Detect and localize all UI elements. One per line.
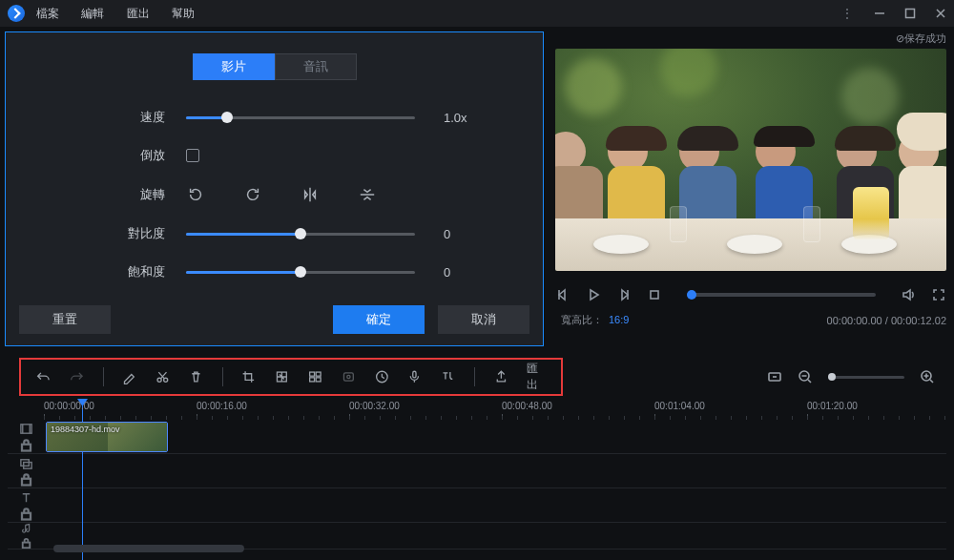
- overlay-track: [8, 454, 946, 488]
- reverse-checkbox[interactable]: [186, 149, 199, 162]
- speed-label: 速度: [115, 109, 165, 126]
- svg-point-2: [157, 378, 161, 382]
- timeline-scrollbar[interactable]: [53, 545, 244, 552]
- svg-rect-1: [651, 291, 658, 299]
- svg-rect-6: [316, 372, 321, 376]
- export-label[interactable]: 匯出: [527, 361, 546, 393]
- main-menu: 檔案 編輯 匯出 幫助: [36, 6, 214, 22]
- titlebar: 檔案 編輯 匯出 幫助 ⋮: [0, 0, 954, 27]
- lock-icon[interactable]: [19, 438, 33, 452]
- ok-button[interactable]: 確定: [333, 305, 425, 334]
- edit-toolbar: 匯出: [19, 358, 563, 396]
- svg-rect-8: [316, 378, 321, 382]
- more-icon[interactable]: ⋮: [841, 7, 855, 20]
- video-track-icon: [19, 422, 33, 436]
- next-frame-icon[interactable]: [616, 287, 632, 302]
- video-clip[interactable]: 19884307-hd.mov: [46, 422, 168, 452]
- contrast-value: 0: [444, 227, 450, 241]
- cut-icon[interactable]: [156, 368, 170, 385]
- speed-slider[interactable]: [186, 110, 415, 125]
- svg-rect-7: [310, 378, 315, 382]
- lock-icon[interactable]: [19, 507, 33, 521]
- tab-audio[interactable]: 音訊: [275, 53, 357, 80]
- video-track: 19884307-hd.mov: [8, 420, 946, 454]
- svg-rect-22: [22, 542, 30, 548]
- menu-export[interactable]: 匯出: [127, 7, 150, 20]
- rotate-ccw-icon[interactable]: [186, 185, 205, 204]
- clip-settings-panel: 影片 音訊 速度 1.0x 倒放 旋轉: [5, 31, 544, 346]
- contrast-slider[interactable]: [186, 226, 415, 241]
- zoom-out-icon[interactable]: [798, 369, 813, 384]
- stop-icon[interactable]: [647, 287, 662, 302]
- mosaic-icon[interactable]: [275, 368, 289, 385]
- aspect-ratio: 寬高比：16:9: [555, 313, 629, 327]
- text-track: [8, 488, 946, 523]
- volume-icon[interactable]: [901, 287, 916, 302]
- menu-edit[interactable]: 編輯: [81, 7, 104, 20]
- fullscreen-icon[interactable]: [931, 287, 946, 302]
- ruler-mark: 00:00:16.00: [197, 401, 247, 411]
- svg-point-10: [346, 375, 349, 378]
- zoom-in-icon[interactable]: [920, 369, 935, 384]
- ruler-mark: 00:00:32.00: [349, 401, 400, 411]
- speed-value: 1.0x: [444, 111, 467, 125]
- lock-icon[interactable]: [19, 537, 33, 550]
- svg-point-3: [164, 378, 168, 382]
- rotate-label: 旋轉: [115, 186, 165, 203]
- saturation-label: 飽和度: [115, 263, 165, 280]
- scrub-bar[interactable]: [687, 293, 876, 297]
- reset-button[interactable]: 重置: [19, 305, 111, 334]
- time-ruler[interactable]: 00:00:00.0000:00:16.0000:00:32.0000:00:4…: [44, 401, 946, 420]
- svg-rect-17: [22, 444, 31, 450]
- close-icon[interactable]: [935, 8, 946, 19]
- text-speech-icon[interactable]: [441, 368, 455, 385]
- video-preview[interactable]: [555, 49, 946, 271]
- preview-panel: ⊘保存成功: [544, 27, 954, 346]
- rotate-cw-icon[interactable]: [243, 185, 262, 204]
- maximize-icon[interactable]: [904, 8, 916, 19]
- cancel-button[interactable]: 取消: [438, 305, 529, 334]
- svg-rect-20: [22, 478, 31, 485]
- record-icon[interactable]: [342, 368, 356, 385]
- text-track-icon: [19, 490, 33, 505]
- flip-vertical-icon[interactable]: [358, 185, 377, 204]
- svg-rect-0: [906, 10, 915, 18]
- zoom-toolbar: [767, 358, 935, 396]
- ruler-mark: 00:00:48.00: [502, 401, 552, 411]
- mic-icon[interactable]: [407, 368, 422, 385]
- grid-icon[interactable]: [308, 368, 322, 385]
- minimize-icon[interactable]: [874, 8, 885, 19]
- tab-video[interactable]: 影片: [193, 53, 275, 80]
- svg-rect-5: [310, 372, 315, 376]
- svg-rect-21: [22, 512, 31, 519]
- prev-frame-icon[interactable]: [555, 287, 570, 302]
- window-controls: ⋮: [841, 7, 946, 20]
- saturation-slider[interactable]: [186, 264, 415, 280]
- clip-name: 19884307-hd.mov: [51, 425, 120, 434]
- saturation-value: 0: [444, 265, 450, 280]
- pen-icon[interactable]: [122, 368, 136, 385]
- ruler-mark: 00:00:00.00: [44, 401, 94, 411]
- timecode: 00:00:00.00 / 00:00:12.02: [827, 315, 946, 326]
- play-icon[interactable]: [586, 287, 601, 302]
- ruler-mark: 00:01:20.00: [807, 401, 858, 411]
- zoom-slider[interactable]: [828, 376, 904, 379]
- share-icon[interactable]: [494, 368, 508, 385]
- ruler-mark: 00:01:04.00: [654, 401, 705, 411]
- flip-horizontal-icon[interactable]: [301, 185, 320, 204]
- reverse-label: 倒放: [115, 147, 165, 164]
- delete-icon[interactable]: [189, 368, 203, 385]
- app-logo: [8, 5, 25, 22]
- crop-icon[interactable]: [241, 368, 256, 385]
- fit-icon[interactable]: [767, 369, 782, 384]
- lock-icon[interactable]: [19, 472, 33, 487]
- contrast-label: 對比度: [115, 225, 165, 242]
- overlay-track-icon: [19, 456, 33, 470]
- menu-file[interactable]: 檔案: [36, 7, 59, 20]
- timeline: 00:00:00.0000:00:16.0000:00:32.0000:00:4…: [8, 401, 946, 552]
- menu-help[interactable]: 幫助: [172, 7, 195, 20]
- undo-icon[interactable]: [36, 368, 51, 385]
- redo-icon[interactable]: [70, 368, 84, 385]
- svg-rect-9: [343, 373, 353, 381]
- duration-icon[interactable]: [375, 368, 389, 385]
